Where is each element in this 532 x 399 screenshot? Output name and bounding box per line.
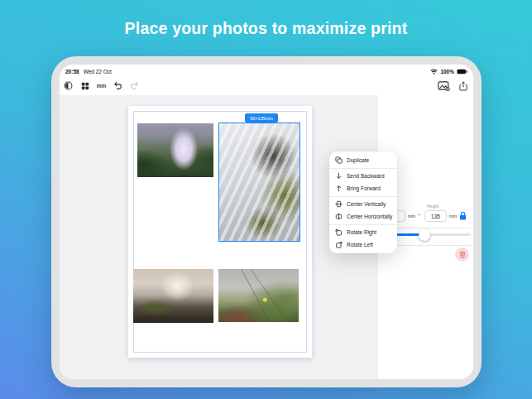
menu-item-rotate-left[interactable]: Rotate Left xyxy=(329,238,397,251)
add-photo-icon[interactable] xyxy=(438,80,450,92)
height-field[interactable]: 135 xyxy=(424,210,447,222)
share-icon[interactable] xyxy=(458,80,468,92)
menu-item-bring-forward[interactable]: Bring Forward xyxy=(329,182,397,195)
photo-long-exposure-cascade[interactable] xyxy=(219,123,300,241)
print-page: 90×135mm xyxy=(128,106,312,358)
battery-percent: 100% xyxy=(440,69,454,75)
slider-thumb[interactable] xyxy=(419,229,430,241)
battery-icon xyxy=(457,69,467,75)
width-unit-label: mm xyxy=(408,214,415,219)
hero-title: Place your photos to maximize print xyxy=(125,19,408,38)
menu-item-rotate-right[interactable]: Rotate Right xyxy=(329,226,397,238)
height-unit-label: mm xyxy=(449,214,457,219)
toolbar: mm xyxy=(60,76,473,95)
size-badge: 90×135mm xyxy=(245,113,278,123)
canvas-area: 90×135mm mm × Height 135 mm xyxy=(60,95,473,379)
app-screen: 20:58 Wed 22 Oct 100% xyxy=(60,65,473,379)
menu-item-center-vertically[interactable]: Center Vertically xyxy=(329,198,397,210)
status-time: 20:58 xyxy=(65,69,79,75)
menu-item-duplicate[interactable]: Duplicate xyxy=(329,154,397,166)
height-field-label: Height xyxy=(427,204,439,209)
photo-waterfall-cliffs[interactable] xyxy=(137,123,213,177)
undo-icon[interactable] xyxy=(113,80,123,92)
rotate-right-icon xyxy=(335,228,343,236)
menu-divider xyxy=(329,224,397,225)
photo-misty-waterfall[interactable] xyxy=(133,269,213,323)
arrow-down-icon xyxy=(335,172,343,180)
hero-banner: Place your photos to maximize print xyxy=(0,0,532,56)
menu-divider xyxy=(329,196,397,197)
context-menu: Duplicate Send Backward Bring Forward xyxy=(329,151,397,253)
photo-coastal-plants[interactable] xyxy=(218,269,299,322)
units-button[interactable]: mm xyxy=(96,80,107,92)
status-date: Wed 22 Oct xyxy=(84,69,112,75)
layout-grid-icon[interactable] xyxy=(79,80,90,92)
status-bar: 20:58 Wed 22 Oct 100% xyxy=(65,67,467,76)
marketing-screenshot: Place your photos to maximize print 20:5… xyxy=(0,0,532,399)
center-horizontally-icon xyxy=(335,213,343,220)
wifi-icon xyxy=(430,69,438,75)
delete-button[interactable] xyxy=(455,248,469,262)
times-separator: × xyxy=(418,212,421,217)
menu-item-center-horizontally[interactable]: Center Horizontally xyxy=(329,210,397,223)
arrow-up-icon xyxy=(335,185,343,192)
menu-divider xyxy=(329,168,397,169)
aspect-lock-icon[interactable] xyxy=(459,209,467,224)
ipad-frame: 20:58 Wed 22 Oct 100% xyxy=(51,56,482,387)
duplicate-icon xyxy=(335,156,343,164)
redo-icon[interactable] xyxy=(129,80,140,92)
rotate-left-icon xyxy=(335,241,343,248)
menu-item-send-backward[interactable]: Send Backward xyxy=(329,170,397,182)
center-vertically-icon xyxy=(335,200,343,208)
circle-tool-icon[interactable] xyxy=(63,80,74,92)
trash-icon xyxy=(459,251,466,258)
